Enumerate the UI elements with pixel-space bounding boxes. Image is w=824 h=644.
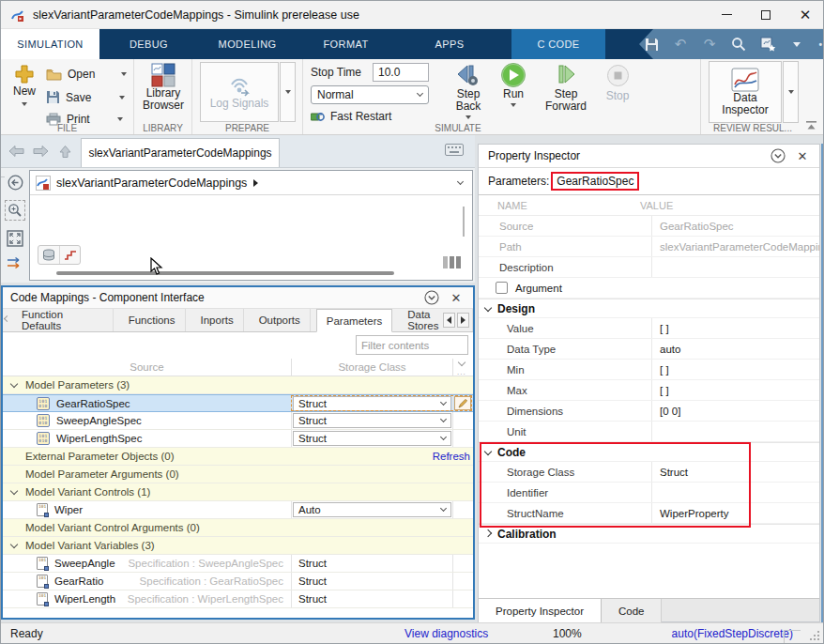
forward-icon[interactable] bbox=[31, 143, 50, 160]
undo-icon[interactable]: ↶ bbox=[672, 35, 689, 54]
property-value[interactable]: [ ] bbox=[651, 380, 819, 400]
step-forward-button[interactable]: Step Forward bbox=[540, 62, 592, 113]
save-dropdown-icon[interactable] bbox=[119, 96, 125, 100]
panel-close-icon[interactable]: ✕ bbox=[795, 148, 810, 163]
tab-scroll-right-button[interactable] bbox=[457, 313, 469, 328]
ribbon-tab-apps[interactable]: APPS bbox=[395, 29, 504, 59]
group-row-external-parameter-objects-0[interactable]: External Parameter Objects (0)Refresh bbox=[3, 448, 473, 466]
storage-class-dropdown[interactable]: Auto bbox=[293, 502, 451, 517]
group-row-model-parameter-arguments-0[interactable]: Model Parameter Arguments (0) bbox=[3, 466, 473, 483]
expander-icon[interactable] bbox=[3, 544, 25, 547]
signal-logging-icon-button[interactable] bbox=[59, 246, 80, 264]
vertical-scrollbar[interactable] bbox=[463, 207, 465, 237]
property-value[interactable] bbox=[651, 257, 819, 277]
storage-class-dropdown[interactable]: Struct bbox=[293, 431, 451, 446]
source-column-header[interactable]: Source bbox=[3, 359, 291, 376]
ribbon-tab-modeling[interactable]: MODELING bbox=[198, 29, 297, 59]
storage-class-dropdown[interactable]: Struct bbox=[293, 413, 451, 428]
table-row-sweepanglespec[interactable]: 101010SweepAngleSpecStruct bbox=[3, 412, 473, 430]
save-icon[interactable] bbox=[643, 35, 660, 54]
panel-menu-icon[interactable] bbox=[424, 290, 439, 305]
section-design[interactable]: Design bbox=[479, 299, 819, 318]
table-row-wiper[interactable]: 101WiperAuto bbox=[3, 501, 473, 519]
table-row-wiperlength[interactable]: 101WiperLengthSpecification : WiperLengt… bbox=[3, 590, 473, 608]
property-value[interactable]: GearRatioSpec bbox=[651, 216, 819, 236]
panel-close-icon[interactable]: ✕ bbox=[449, 290, 464, 305]
property-row-source[interactable]: SourceGearRatioSpec bbox=[479, 216, 819, 237]
storage-class-dropdown[interactable]: Struct bbox=[293, 396, 451, 411]
property-value[interactable] bbox=[651, 422, 819, 441]
property-row-unit[interactable]: Unit bbox=[479, 422, 819, 442]
log-signals-button[interactable]: Log Signals bbox=[200, 62, 279, 122]
simulation-mode-dropdown[interactable]: Normal bbox=[311, 85, 429, 104]
data-inspector-button[interactable]: Data Inspector bbox=[709, 61, 782, 123]
property-value[interactable]: [ ] bbox=[651, 360, 819, 379]
property-value[interactable]: Struct bbox=[651, 462, 819, 482]
tab-parameters[interactable]: Parameters bbox=[316, 309, 392, 332]
stop-time-input[interactable]: 10.0 bbox=[373, 63, 429, 82]
hide-explorer-bar-icon[interactable] bbox=[8, 175, 23, 191]
prepare-gallery-button[interactable] bbox=[280, 62, 296, 122]
group-row-model-parameters-3[interactable]: Model Parameters (3) bbox=[3, 376, 473, 394]
horizontal-scrollbar[interactable] bbox=[56, 271, 394, 275]
open-dropdown-icon[interactable] bbox=[121, 72, 127, 76]
search-icon[interactable] bbox=[730, 35, 747, 54]
table-row-gearratiospec[interactable]: 101010GearRatioSpecStruct bbox=[3, 394, 473, 412]
property-value[interactable]: auto bbox=[651, 339, 819, 359]
filter-input[interactable] bbox=[356, 335, 468, 355]
property-value[interactable]: slexVariantParameterCodeMappings bbox=[651, 237, 819, 256]
new-dropdown-icon[interactable] bbox=[22, 102, 27, 106]
table-row-wiperlengthspec[interactable]: 101010WiperLengthSpecStruct bbox=[3, 430, 473, 448]
ribbon-tab-format[interactable]: FORMAT bbox=[297, 29, 395, 59]
more-icon[interactable]: ••• bbox=[817, 35, 824, 54]
property-row-min[interactable]: Min[ ] bbox=[479, 360, 819, 380]
ribbon-tab-simulation[interactable]: SIMULATION bbox=[1, 29, 99, 59]
group-row-model-variant-control-arguments-0[interactable]: Model Variant Control Arguments (0) bbox=[3, 519, 473, 537]
breadcrumb[interactable]: slexVariantParameterCodeMappings bbox=[30, 171, 472, 195]
tab-scroll-left-button[interactable] bbox=[443, 313, 455, 328]
table-row-sweepangle[interactable]: 101SweepAngleSpecification : SweepAngleS… bbox=[3, 555, 473, 573]
property-row-storage-class[interactable]: Storage ClassStruct bbox=[479, 462, 819, 483]
collapse-ribbon-icon[interactable] bbox=[805, 120, 817, 130]
bottom-tab-code[interactable]: Code bbox=[602, 599, 663, 622]
library-browser-button[interactable]: Library Browser bbox=[140, 63, 187, 112]
property-row-description[interactable]: Description bbox=[479, 257, 819, 278]
maximize-button[interactable] bbox=[746, 1, 786, 28]
property-row-dimensions[interactable]: Dimensions[0 0] bbox=[479, 401, 819, 422]
ribbon-tab-debug[interactable]: DEBUG bbox=[99, 29, 198, 59]
expander-icon[interactable] bbox=[3, 383, 25, 387]
resize-grip[interactable] bbox=[810, 630, 820, 640]
keyboard-icon[interactable] bbox=[445, 144, 464, 156]
bottom-tab-property-inspector[interactable]: Property Inspector bbox=[479, 599, 602, 622]
redo-icon[interactable]: ↷ bbox=[701, 35, 718, 54]
data-store-icon-button[interactable] bbox=[38, 246, 59, 264]
review-gallery-button[interactable] bbox=[783, 61, 799, 123]
tab-inports[interactable]: Inports bbox=[191, 309, 244, 331]
property-value[interactable]: [ ] bbox=[651, 318, 819, 338]
step-back-button[interactable]: Step Back bbox=[446, 62, 491, 119]
model-canvas[interactable] bbox=[30, 195, 472, 280]
view-diagnostics-link[interactable]: View diagnostics bbox=[404, 627, 488, 640]
add-favorites-icon[interactable] bbox=[759, 35, 776, 54]
property-row-max[interactable]: Max[ ] bbox=[479, 380, 819, 401]
tab-functions[interactable]: Functions bbox=[119, 309, 186, 331]
minimize-button[interactable] bbox=[707, 1, 746, 28]
up-icon[interactable] bbox=[55, 143, 74, 160]
close-button[interactable]: ✕ bbox=[786, 1, 824, 28]
document-tab[interactable]: slexVariantParameterCodeMappings bbox=[81, 138, 280, 167]
property-row-structname[interactable]: StructNameWiperProperty bbox=[479, 503, 819, 524]
section-code[interactable]: Code bbox=[479, 442, 819, 462]
solver-info[interactable]: auto(FixedStepDiscrete) bbox=[672, 627, 793, 640]
run-button[interactable]: Run bbox=[496, 62, 530, 107]
save-button[interactable]: Save bbox=[46, 90, 125, 104]
refresh-link[interactable]: Refresh bbox=[433, 451, 470, 462]
fit-to-view-icon[interactable] bbox=[7, 230, 23, 247]
group-row-model-variant-variables-3[interactable]: Model Variant Variables (3) bbox=[3, 537, 473, 555]
property-row-identifier[interactable]: Identifier bbox=[479, 483, 819, 503]
perspectives-icon[interactable] bbox=[443, 256, 461, 268]
property-value[interactable]: [0 0] bbox=[651, 401, 819, 421]
property-row-data-type[interactable]: Data Typeauto bbox=[479, 339, 819, 360]
table-row-gearratio[interactable]: 101GearRatioSpecification : GearRatioSpe… bbox=[3, 573, 473, 590]
caret-down-icon[interactable] bbox=[788, 35, 805, 54]
expander-icon[interactable] bbox=[3, 490, 25, 494]
